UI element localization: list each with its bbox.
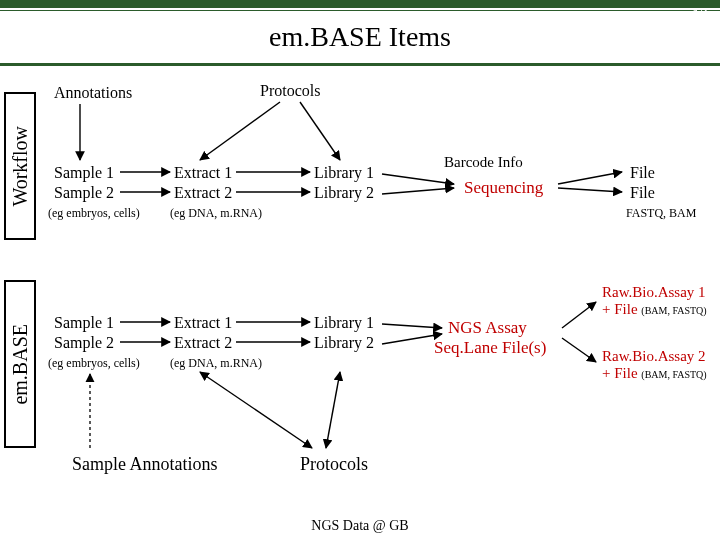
svg-line-16 <box>382 334 442 344</box>
embase-library2: Library 2 <box>314 334 374 352</box>
slide-title: em.BASE Items <box>269 21 451 53</box>
side-label-embase-text: em.BASE <box>9 324 32 405</box>
workflow-barcode: Barcode Info <box>444 154 523 171</box>
embase-rba2: Raw.Bio.Assay 2 + File (BAM, FASTQ) <box>602 348 707 382</box>
svg-line-10 <box>558 188 622 192</box>
workflow-library1: Library 1 <box>314 164 374 182</box>
embase-rba2-line1: Raw.Bio.Assay 2 <box>602 348 706 364</box>
embase-seq-lane: Seq.Lane File(s) <box>434 338 546 358</box>
embase-library1: Library 1 <box>314 314 374 332</box>
embase-extract1: Extract 1 <box>174 314 232 332</box>
embase-sample2: Sample 2 <box>54 334 114 352</box>
svg-line-9 <box>558 172 622 184</box>
svg-line-7 <box>382 174 454 184</box>
workflow-extract1: Extract 1 <box>174 164 232 182</box>
embase-extract2: Extract 2 <box>174 334 232 352</box>
footer-text: NGS Data @ GB <box>0 518 720 534</box>
workflow-sequencing: Sequencing <box>464 178 543 198</box>
embase-rba2-line2b: (BAM, FASTQ) <box>641 369 706 380</box>
workflow-protocols: Protocols <box>260 82 320 100</box>
embase-extract-caption: (eg DNA, m.RNA) <box>170 356 262 371</box>
embase-rba1-line2b: (BAM, FASTQ) <box>641 305 706 316</box>
slide-number: 12 <box>692 6 708 24</box>
embase-rba2-line2a: + File <box>602 365 641 381</box>
embase-rba1-line1: Raw.Bio.Assay 1 <box>602 284 706 300</box>
embase-rba1: Raw.Bio.Assay 1 + File (BAM, FASTQ) <box>602 284 707 318</box>
embase-sample-annotations: Sample Annotations <box>72 454 218 475</box>
svg-line-8 <box>382 188 454 194</box>
workflow-library2: Library 2 <box>314 184 374 202</box>
side-label-workflow: Workflow <box>4 92 36 240</box>
svg-line-1 <box>200 102 280 160</box>
svg-line-15 <box>382 324 442 328</box>
workflow-file-caption: FASTQ, BAM <box>626 206 696 221</box>
title-bar: em.BASE Items <box>0 10 720 66</box>
workflow-extract2: Extract 2 <box>174 184 232 202</box>
diagram-stage: Workflow em.BASE Annotations Protocols S… <box>0 66 720 540</box>
workflow-file2: File <box>630 184 655 202</box>
workflow-file1: File <box>630 164 655 182</box>
workflow-annotations: Annotations <box>54 84 132 102</box>
embase-rba1-line2a: + File <box>602 301 641 317</box>
embase-protocols: Protocols <box>300 454 368 475</box>
workflow-sample-caption: (eg embryos, cells) <box>48 206 140 221</box>
svg-line-20 <box>326 372 340 448</box>
embase-sample1: Sample 1 <box>54 314 114 332</box>
svg-line-18 <box>562 338 596 362</box>
workflow-sample2: Sample 2 <box>54 184 114 202</box>
svg-line-2 <box>300 102 340 160</box>
svg-line-17 <box>562 302 596 328</box>
workflow-extract-caption: (eg DNA, m.RNA) <box>170 206 262 221</box>
embase-ngs-assay: NGS Assay <box>448 318 527 338</box>
top-border <box>0 0 720 8</box>
workflow-sample1: Sample 1 <box>54 164 114 182</box>
embase-sample-caption: (eg embryos, cells) <box>48 356 140 371</box>
side-label-workflow-text: Workflow <box>9 126 32 207</box>
svg-line-19 <box>200 372 312 448</box>
side-label-embase: em.BASE <box>4 280 36 448</box>
